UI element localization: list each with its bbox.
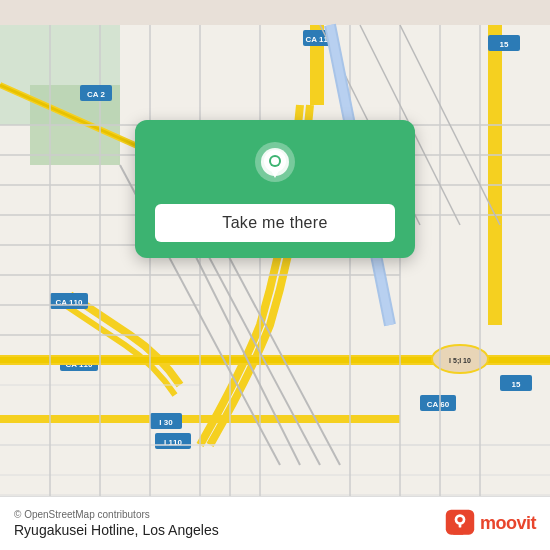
osm-credit: © OpenStreetMap contributors: [14, 509, 219, 520]
moovit-brand-name: moovit: [480, 513, 536, 534]
svg-text:I 5;I 10: I 5;I 10: [449, 357, 471, 365]
svg-text:15: 15: [512, 380, 521, 389]
svg-point-66: [271, 157, 279, 165]
svg-text:I 30: I 30: [159, 418, 173, 427]
info-left: © OpenStreetMap contributors Ryugakusei …: [14, 509, 219, 538]
take-me-there-button[interactable]: Take me there: [155, 204, 395, 242]
info-bar: © OpenStreetMap contributors Ryugakusei …: [0, 496, 550, 550]
svg-text:CA 2: CA 2: [87, 90, 105, 99]
map-container: CA 110 15 CA 110 CA 110 I 30 I 5;I 10 CA…: [0, 0, 550, 550]
svg-rect-71: [459, 524, 462, 528]
location-pin-icon: [249, 140, 301, 192]
map-background: CA 110 15 CA 110 CA 110 I 30 I 5;I 10 CA…: [0, 0, 550, 550]
svg-rect-9: [488, 25, 502, 325]
svg-text:15: 15: [500, 40, 509, 49]
location-card: Take me there: [135, 120, 415, 258]
moovit-brand-icon: [444, 508, 476, 540]
svg-text:CA 60: CA 60: [427, 400, 450, 409]
svg-point-70: [457, 516, 462, 521]
location-name: Ryugakusei Hotline, Los Angeles: [14, 522, 219, 538]
moovit-logo: moovit: [444, 508, 536, 540]
